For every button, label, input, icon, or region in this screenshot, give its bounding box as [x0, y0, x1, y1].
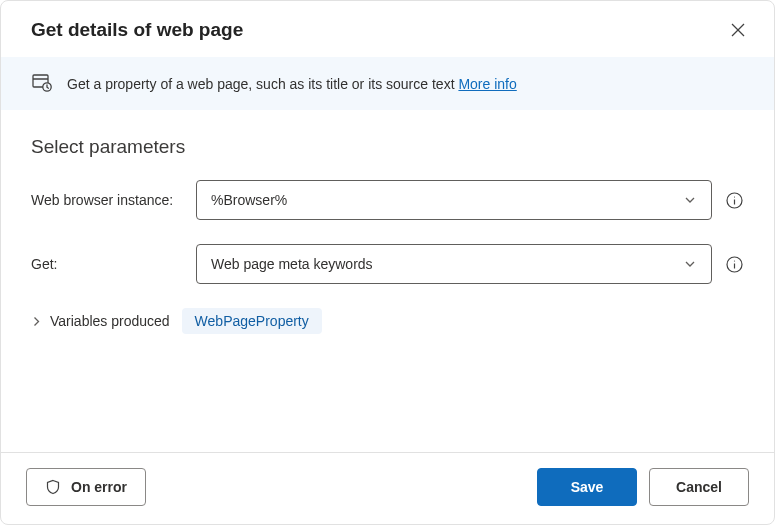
- chevron-down-icon: [683, 193, 697, 207]
- get-select[interactable]: Web page meta keywords: [196, 244, 712, 284]
- get-select-value: Web page meta keywords: [211, 256, 373, 272]
- info-icon: [726, 192, 743, 209]
- browser-row: Web browser instance: %Browser%: [31, 180, 744, 220]
- info-bar-text: Get a property of a web page, such as it…: [67, 76, 517, 92]
- variables-label: Variables produced: [50, 313, 170, 329]
- get-select-container: Web page meta keywords: [196, 244, 744, 284]
- get-info-button[interactable]: [724, 254, 744, 274]
- footer-actions: Save Cancel: [537, 468, 749, 506]
- cancel-button[interactable]: Cancel: [649, 468, 749, 506]
- dialog-title: Get details of web page: [31, 19, 243, 41]
- browser-info-button[interactable]: [724, 190, 744, 210]
- info-bar: Get a property of a web page, such as it…: [1, 57, 774, 110]
- more-info-link[interactable]: More info: [458, 76, 516, 92]
- chevron-down-icon: [683, 257, 697, 271]
- browser-select-container: %Browser%: [196, 180, 744, 220]
- info-bar-description: Get a property of a web page, such as it…: [67, 76, 458, 92]
- close-button[interactable]: [727, 19, 749, 41]
- dialog-header: Get details of web page: [1, 1, 774, 57]
- get-label: Get:: [31, 256, 196, 272]
- variables-row: Variables produced WebPageProperty: [31, 308, 744, 334]
- dialog-content: Select parameters Web browser instance: …: [1, 110, 774, 452]
- shield-icon: [45, 479, 61, 495]
- on-error-label: On error: [71, 479, 127, 495]
- chevron-right-icon: [31, 316, 42, 327]
- save-button[interactable]: Save: [537, 468, 637, 506]
- browser-select-value: %Browser%: [211, 192, 287, 208]
- browser-label: Web browser instance:: [31, 192, 196, 208]
- on-error-button[interactable]: On error: [26, 468, 146, 506]
- info-icon: [726, 256, 743, 273]
- variable-chip[interactable]: WebPageProperty: [182, 308, 322, 334]
- svg-point-9: [733, 260, 734, 261]
- close-icon: [731, 23, 745, 37]
- section-title: Select parameters: [31, 136, 744, 158]
- get-row: Get: Web page meta keywords: [31, 244, 744, 284]
- variables-expand-toggle[interactable]: Variables produced: [31, 313, 170, 329]
- browser-select[interactable]: %Browser%: [196, 180, 712, 220]
- dialog-footer: On error Save Cancel: [1, 452, 774, 524]
- svg-point-6: [733, 196, 734, 197]
- web-page-icon: [31, 71, 53, 96]
- dialog: Get details of web page Get a property o…: [0, 0, 775, 525]
